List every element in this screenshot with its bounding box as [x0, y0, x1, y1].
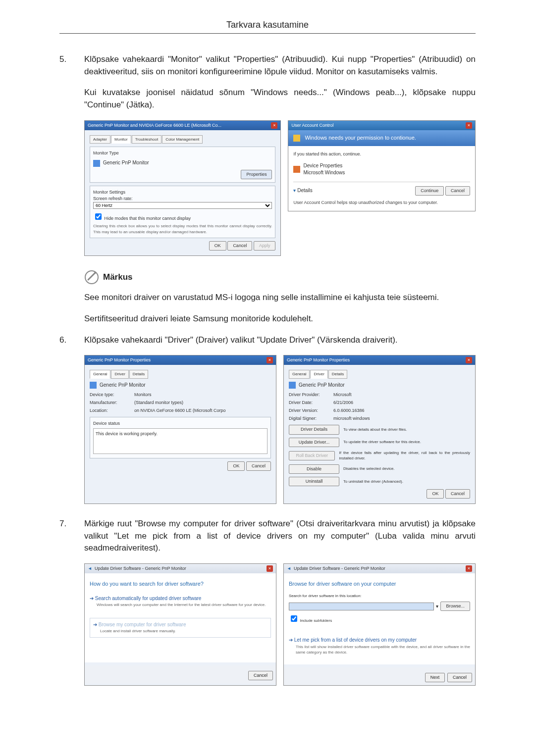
tab-general[interactable]: General	[289, 370, 310, 379]
figure-monitor-properties: Generic PnP Monitor and NVIDIA GeForce 6…	[84, 120, 281, 256]
location-value: on NVIDIA GeForce 6600 LE (Microsoft Cor…	[134, 407, 226, 414]
cancel-button[interactable]: Cancel	[447, 673, 472, 682]
tab-general[interactable]: General	[90, 370, 110, 379]
step-5: Klõpsake vahekaardi "Monitor" valikut "P…	[59, 53, 476, 256]
monitor-type-group: Monitor Type Generic PnP Monitor Propert…	[90, 147, 275, 183]
version-value: 6.0.6000.16386	[333, 407, 365, 414]
arrow-icon: ➔	[289, 637, 293, 643]
note-label: Märkus	[103, 272, 133, 282]
option-title: Search automatically for updated driver …	[95, 596, 202, 601]
window-title: User Account Control	[291, 122, 333, 129]
option-desc: Locate and install driver software manua…	[100, 628, 268, 634]
wizard-question: How do you want to search for driver sof…	[90, 580, 271, 588]
properties-button[interactable]: Properties	[241, 170, 272, 179]
close-icon[interactable]: ×	[271, 122, 277, 129]
tab-details[interactable]: Details	[129, 370, 148, 379]
cancel-button[interactable]: Cancel	[227, 241, 252, 251]
tab-driver[interactable]: Driver	[111, 370, 128, 379]
option-desc: Windows will search your computer and th…	[97, 602, 271, 608]
rollback-driver-desc: If the device fails after updating the d…	[339, 450, 470, 461]
date-value: 6/21/2006	[333, 400, 353, 406]
figure-uac: User Account Control × Windows needs you…	[288, 120, 476, 211]
next-button[interactable]: Next	[425, 673, 445, 682]
step5-text-2: Kui kuvatakse joonisel näidatud sõnum "W…	[84, 87, 476, 111]
hide-modes-checkbox[interactable]	[95, 213, 102, 220]
provider-value: Microsoft	[333, 392, 352, 398]
monitor-settings-group: Monitor Settings Screen refresh rate: 60…	[90, 186, 275, 238]
details-label[interactable]: Details	[297, 188, 313, 193]
apply-button[interactable]: Apply	[254, 241, 276, 251]
option-desc: This list will show installed driver sof…	[296, 644, 470, 655]
uac-text: Windows needs your permission to contion…	[305, 135, 416, 141]
close-icon[interactable]: ×	[267, 565, 273, 572]
manufacturer-key: Manufacturer:	[90, 400, 134, 406]
arrow-icon: ➔	[93, 622, 97, 627]
option-title: Browse my computer for driver software	[99, 622, 186, 627]
note-text-1: See monitori draiver on varustatud MS-i …	[84, 292, 476, 304]
monitor-name: Generic PnP Monitor	[100, 382, 146, 389]
cancel-button[interactable]: Cancel	[445, 186, 470, 196]
option-browse-computer[interactable]: ➔ Browse my computer for driver software…	[90, 618, 271, 638]
shield-icon	[293, 135, 300, 142]
tab-troubleshoot[interactable]: Troubleshoot	[132, 135, 161, 144]
update-driver-button[interactable]: Update Driver...	[289, 438, 339, 447]
option-title: Let me pick from a list of device driver…	[294, 637, 417, 643]
step5-text-1: Klõpsake vahekaardi "Monitor" valikut "P…	[84, 53, 476, 78]
ok-button[interactable]: OK	[209, 241, 226, 251]
devtype-key: Device type:	[90, 392, 134, 398]
tab-adapter[interactable]: Adapter	[90, 135, 110, 144]
window-titlebar: Generic PnP Monitor and NVIDIA GeForce 6…	[85, 121, 280, 130]
location-field[interactable]	[289, 603, 434, 610]
breadcrumb: Update Driver Software - Generic PnP Mon…	[294, 566, 385, 571]
driver-details-button[interactable]: Driver Details	[289, 425, 339, 434]
close-icon[interactable]: ×	[466, 357, 472, 363]
arrow-icon: ➔	[90, 596, 94, 601]
chevron-down-icon[interactable]: ▾	[293, 188, 296, 193]
ok-button[interactable]: OK	[427, 489, 444, 499]
option-pick-from-list[interactable]: ➔ Let me pick from a list of device driv…	[289, 637, 470, 655]
note-icon	[84, 270, 99, 285]
window-title: Generic PnP Monitor and NVIDIA GeForce 6…	[88, 122, 221, 129]
tab-color-management[interactable]: Color Management	[162, 135, 203, 144]
ok-button[interactable]: OK	[227, 461, 245, 471]
close-icon[interactable]: ×	[466, 565, 472, 572]
uac-message: Windows needs your permission to contion…	[288, 130, 475, 146]
back-icon[interactable]: ◄	[88, 566, 92, 571]
step-6: Klõpsake vahekaardi "Driver" (Draiver) v…	[59, 334, 476, 504]
cancel-button[interactable]: Cancel	[246, 461, 271, 471]
include-subfolders-label: Include subfolders	[300, 618, 332, 623]
monitor-icon	[90, 382, 97, 389]
tabs: Adapter Monitor Troubleshoot Color Manag…	[90, 135, 275, 144]
tab-details[interactable]: Details	[328, 370, 347, 379]
step7-text: Märkige ruut "Browse my computer for dri…	[84, 518, 476, 554]
tab-monitor[interactable]: Monitor	[111, 135, 131, 144]
monitor-icon	[93, 160, 100, 167]
uac-footer: User Account Control helps stop unauthor…	[293, 200, 470, 206]
uninstall-button[interactable]: Uninstall	[289, 477, 339, 486]
rollback-driver-button[interactable]: Roll Back Driver	[289, 451, 335, 460]
close-icon[interactable]: ×	[267, 357, 273, 363]
signer-key: Digital Signer:	[289, 415, 333, 422]
close-icon[interactable]: ×	[466, 122, 472, 129]
option-search-auto[interactable]: ➔ Search automatically for updated drive…	[90, 595, 271, 608]
date-key: Driver Date:	[289, 400, 333, 406]
refresh-label: Screen refresh rate:	[93, 196, 272, 202]
tab-driver[interactable]: Driver	[310, 370, 327, 379]
cancel-button[interactable]: Cancel	[248, 671, 273, 680]
refresh-rate-select[interactable]: 60 Hertz	[93, 202, 272, 209]
hide-modes-note: Clearing this check box allows you to se…	[93, 223, 272, 235]
device-properties-label: Device Properties	[303, 162, 345, 170]
back-icon[interactable]: ◄	[287, 566, 291, 571]
include-subfolders-checkbox[interactable]	[291, 615, 297, 622]
manufacturer-value: (Standard monitor types)	[134, 400, 183, 406]
browse-button[interactable]: Browse...	[440, 602, 470, 611]
monitor-name: Generic PnP Monitor	[103, 159, 149, 167]
provider-key: Driver Provider:	[289, 392, 333, 398]
location-key: Location:	[90, 407, 134, 414]
disable-button[interactable]: Disable	[289, 464, 339, 474]
figure-general-tab: Generic PnP Monitor Properties× General …	[84, 355, 276, 504]
uninstall-desc: To uninstall the driver (Advanced).	[343, 479, 403, 485]
page-title: Tarkvara kasutamine	[59, 20, 476, 30]
continue-button[interactable]: Continue	[415, 186, 444, 196]
cancel-button[interactable]: Cancel	[445, 489, 470, 499]
